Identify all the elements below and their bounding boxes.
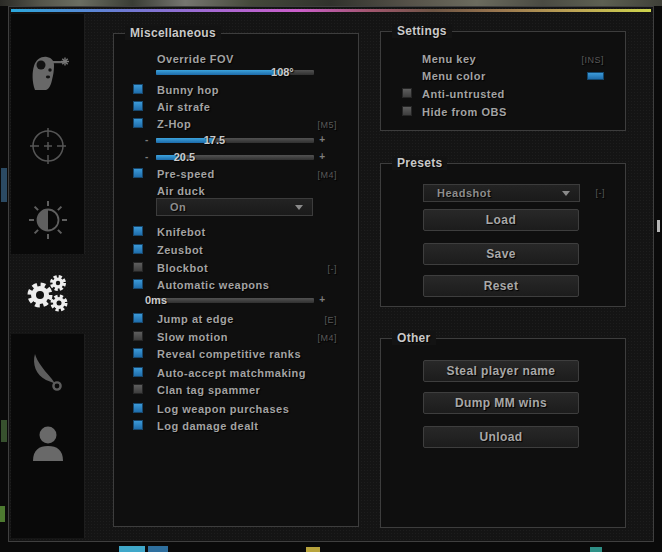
knifebot-checkbox[interactable] (133, 226, 143, 236)
background-artifact (119, 546, 145, 552)
pre-speed-row: Pre-speed [M4] (133, 165, 337, 183)
preset-dropdown[interactable]: Headshot (423, 184, 580, 202)
zeusbot-label: Zeusbot (157, 241, 203, 259)
reveal-ranks-checkbox[interactable] (133, 348, 143, 358)
log-purchases-row: Log weapon purchases (133, 400, 337, 418)
pre-speed-keybind[interactable]: [M4] (317, 170, 337, 180)
hide-from-obs-checkbox[interactable] (402, 106, 412, 116)
background-artifact (1, 168, 7, 202)
chevron-down-icon (295, 205, 303, 210)
air-strafe-checkbox[interactable] (133, 101, 143, 111)
blockbot-row: Blockbot [-] (133, 259, 337, 277)
rainbow-accent-bar (11, 9, 651, 12)
tab-misc-settings[interactable] (11, 264, 85, 324)
z-hop-min-slider[interactable]: - 17.5 + (156, 138, 314, 143)
crosshair-icon (26, 124, 70, 168)
anti-untrusted-checkbox[interactable] (402, 88, 412, 98)
slider-decrease[interactable]: - (145, 150, 148, 164)
presets-section-title: Presets (392, 156, 447, 170)
preset-selected: Headshot (437, 185, 491, 201)
player-icon (26, 422, 70, 466)
delay-value: 0ms (145, 294, 167, 306)
automatic-weapons-row: Automatic weapons (133, 276, 337, 294)
slow-motion-row: Slow motion [M4] (133, 328, 337, 346)
slider-increase[interactable]: + (319, 133, 325, 147)
z-hop-label: Z-Hop (157, 115, 191, 133)
air-duck-selected: On (170, 199, 186, 215)
anti-untrusted-label: Anti-untrusted (422, 85, 505, 103)
auto-accept-label: Auto-accept matchmaking (157, 364, 306, 382)
slow-motion-keybind[interactable]: [M4] (317, 333, 337, 343)
z-hop-keybind[interactable]: [M5] (317, 120, 337, 130)
background-artifact (148, 546, 168, 552)
automatic-weapons-checkbox[interactable] (133, 279, 143, 289)
hide-from-obs-row: Hide from OBS (402, 103, 604, 121)
slow-motion-label: Slow motion (157, 328, 228, 346)
log-damage-row: Log damage dealt (133, 417, 337, 435)
fov-slider[interactable]: 108° (156, 70, 314, 75)
unload-button[interactable]: Unload (423, 426, 579, 448)
tab-profile[interactable] (11, 414, 85, 474)
tab-visuals[interactable] (11, 190, 85, 250)
pre-speed-label: Pre-speed (157, 165, 215, 183)
background-artifact (1, 420, 7, 442)
menu-key-row: Menu key [INS] (402, 50, 604, 68)
z-hop-checkbox[interactable] (133, 118, 143, 128)
pre-speed-checkbox[interactable] (133, 168, 143, 178)
menu-color-swatch[interactable] (587, 72, 604, 80)
z-hop-min-value: 17.5 (204, 134, 225, 146)
knifebot-label: Knifebot (157, 223, 206, 241)
menu-key-keybind[interactable]: [INS] (581, 55, 604, 65)
tab-triggerbot[interactable] (11, 116, 85, 176)
air-strafe-row: Air strafe (133, 98, 337, 116)
tab-aimbot[interactable] (11, 41, 85, 101)
bunny-hop-row: Bunny hop (133, 81, 337, 99)
log-damage-checkbox[interactable] (133, 420, 143, 430)
settings-section-title: Settings (392, 24, 452, 38)
zeusbot-checkbox[interactable] (133, 244, 143, 254)
automatic-weapons-label: Automatic weapons (157, 276, 269, 294)
save-button[interactable]: Save (423, 243, 579, 265)
zeusbot-row: Zeusbot (133, 241, 337, 259)
brightness-icon (26, 198, 70, 242)
background-artifact (306, 547, 320, 552)
screen: Miscellaneous Override FOV 108° Bunny ho… (0, 0, 662, 552)
background-artifact (0, 506, 5, 522)
z-hop-max-slider[interactable]: - 20.5 + (156, 155, 314, 160)
background-artifact (590, 547, 602, 552)
slider-increase[interactable]: + (319, 293, 325, 307)
auto-accept-checkbox[interactable] (133, 367, 143, 377)
cheat-menu-window: Miscellaneous Override FOV 108° Bunny ho… (8, 6, 654, 542)
reset-button[interactable]: Reset (423, 275, 579, 297)
clan-tag-checkbox[interactable] (133, 384, 143, 394)
load-button[interactable]: Load (423, 209, 579, 231)
blockbot-checkbox[interactable] (133, 262, 143, 272)
anti-untrusted-row: Anti-untrusted (402, 85, 604, 103)
slider-fill (156, 70, 282, 75)
auto-accept-row: Auto-accept matchmaking (133, 364, 337, 382)
chevron-down-icon (562, 191, 570, 196)
tab-skins[interactable] (11, 341, 85, 401)
fov-label-row: Override FOV (133, 50, 337, 68)
jump-at-edge-checkbox[interactable] (133, 313, 143, 323)
other-section: Other Steal player name Dump MM wins Unl… (380, 338, 626, 528)
jump-at-edge-keybind[interactable]: [E] (324, 315, 337, 325)
misc-section-title: Miscellaneous (125, 26, 221, 40)
menu-color-label: Menu color (422, 67, 486, 85)
steal-player-name-button[interactable]: Steal player name (423, 360, 579, 382)
slider-increase[interactable]: + (319, 150, 325, 164)
jump-at-edge-label: Jump at edge (157, 310, 234, 328)
slow-motion-checkbox[interactable] (133, 331, 143, 341)
air-duck-dropdown[interactable]: On (156, 198, 313, 216)
blockbot-label: Blockbot (157, 259, 208, 277)
dump-mm-wins-button[interactable]: Dump MM wins (423, 392, 579, 414)
z-hop-max-value: 20.5 (174, 151, 195, 163)
log-purchases-label: Log weapon purchases (157, 400, 289, 418)
blockbot-keybind[interactable]: [-] (328, 264, 338, 274)
delay-slider[interactable]: 0ms + (156, 298, 314, 303)
other-section-title: Other (392, 331, 436, 345)
log-purchases-checkbox[interactable] (133, 403, 143, 413)
bunny-hop-checkbox[interactable] (133, 84, 143, 94)
slider-decrease[interactable]: - (145, 133, 148, 147)
preset-keybind[interactable]: [-] (596, 188, 606, 198)
